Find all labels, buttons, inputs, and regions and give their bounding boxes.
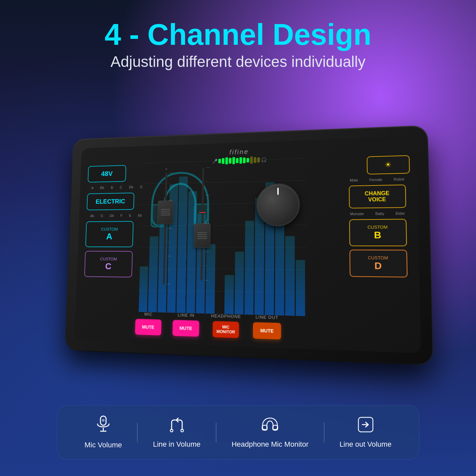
brightness-icon: ☀ bbox=[384, 160, 392, 169]
line-out-icon bbox=[357, 416, 374, 436]
right-panel: ☀ Male Female Robot CHANGE VOICE bbox=[344, 155, 412, 277]
device-inner: fifine 🎤 🎧 bbox=[74, 136, 421, 353]
custom-a-label: CUSTOM bbox=[92, 227, 127, 232]
bottom-item-line-in: Line in Volume bbox=[153, 416, 200, 449]
subtitle: Adjusting different devices individually bbox=[0, 53, 476, 70]
line-out-label: Line out Volume bbox=[340, 440, 392, 449]
title-text: Channel Design bbox=[147, 18, 371, 51]
line-in-channel-group: LINE IN MUTE bbox=[172, 312, 199, 337]
svg-point-6 bbox=[170, 429, 173, 432]
48v-button[interactable]: 48V bbox=[88, 165, 126, 182]
custom-c-letter: C bbox=[91, 261, 126, 272]
divider-1 bbox=[137, 423, 138, 442]
brand-name: fifine bbox=[229, 148, 249, 156]
line-out-channel-label: LINE OUT bbox=[255, 315, 278, 320]
title-number: 4 bbox=[104, 18, 121, 51]
mic-channel-group: MIC MUTE bbox=[135, 311, 161, 335]
key-labels-bottom: Ab G Gb F E Eb bbox=[86, 213, 146, 218]
bottom-buttons-row: MIC MUTE LINE IN MUTE HEADPHONE MICMONIT… bbox=[135, 311, 413, 344]
electric-button[interactable]: ELECTRIC bbox=[87, 193, 134, 210]
custom-b-letter: B bbox=[355, 230, 400, 241]
svg-point-5 bbox=[102, 419, 104, 422]
line-out-channel-group: LINE OUT MUTE bbox=[253, 314, 281, 339]
headphone-mic-monitor-button[interactable]: MICMONITOR bbox=[212, 321, 239, 338]
key-labels-top: A Bb B C Db D bbox=[87, 185, 147, 190]
custom-a-button[interactable]: CUSTOM A bbox=[85, 221, 133, 247]
title-dash: - bbox=[129, 18, 147, 51]
custom-c-button[interactable]: CUSTOM C bbox=[84, 251, 132, 278]
eq-display bbox=[137, 156, 307, 318]
custom-a-letter: A bbox=[92, 232, 126, 242]
custom-b-label: CUSTOM bbox=[355, 224, 400, 230]
headphone-mic-monitor-label: Headphone Mic Monitor bbox=[232, 440, 309, 449]
eq-bars-right bbox=[223, 156, 307, 318]
device-section: fifine 🎤 🎧 bbox=[0, 80, 476, 405]
mic-volume-icon bbox=[96, 415, 111, 437]
bottom-item-headphone: Headphone Mic Monitor bbox=[232, 416, 309, 449]
line-out-mute-button[interactable]: MUTE bbox=[253, 322, 281, 340]
headphone-channel-group: HEADPHONE MICMONITOR bbox=[210, 313, 241, 338]
mic-mute-button[interactable]: MUTE bbox=[135, 319, 161, 335]
headphone-mic-monitor-icon bbox=[261, 416, 279, 436]
bottom-item-line-out: Line out Volume bbox=[340, 416, 392, 449]
change-voice-button[interactable]: CHANGE VOICE bbox=[349, 184, 406, 209]
left-panel: 48V A Bb B C Db D ELECTRIC Ab bbox=[84, 164, 147, 278]
line-in-channel-label: LINE IN bbox=[178, 313, 194, 318]
bottom-item-mic: Mic Volume bbox=[85, 415, 122, 449]
custom-d-label: CUSTOM bbox=[355, 255, 401, 260]
audio-mixer-device: fifine 🎤 🎧 bbox=[65, 126, 433, 365]
divider-2 bbox=[216, 423, 216, 442]
headphone-channel-label: HEADPHONE bbox=[211, 313, 241, 319]
divider-3 bbox=[324, 423, 324, 442]
svg-point-7 bbox=[181, 429, 183, 432]
header-section: 4 - Channel Design Adjusting different d… bbox=[0, 0, 476, 80]
main-container: 4 - Channel Design Adjusting different d… bbox=[0, 0, 476, 476]
brightness-button[interactable]: ☀ bbox=[367, 155, 410, 175]
mic-channel-label: MIC bbox=[144, 312, 153, 317]
mic-volume-label: Mic Volume bbox=[85, 441, 122, 449]
voice-labels-bottom: Monster Baby Elder bbox=[344, 211, 410, 216]
line-in-icon bbox=[169, 416, 185, 436]
main-knob[interactable] bbox=[256, 183, 300, 226]
custom-b-button[interactable]: CUSTOM B bbox=[349, 219, 406, 246]
bottom-bar: Mic Volume Line in Volume bbox=[57, 405, 419, 460]
line-in-label: Line in Volume bbox=[153, 440, 200, 449]
knob-indicator bbox=[277, 188, 278, 195]
custom-d-button[interactable]: CUSTOM D bbox=[349, 250, 407, 278]
fader-eq-area: + bbox=[137, 156, 307, 318]
main-title: 4 - Channel Design bbox=[0, 20, 476, 49]
line-in-mute-button[interactable]: MUTE bbox=[172, 320, 199, 337]
custom-c-label: CUSTOM bbox=[91, 257, 126, 262]
voice-labels-top: Male Female Robot bbox=[344, 177, 410, 182]
custom-d-letter: D bbox=[355, 260, 401, 272]
